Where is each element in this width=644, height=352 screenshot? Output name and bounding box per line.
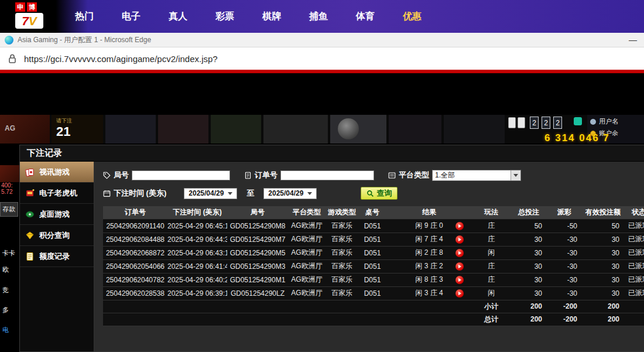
lock-icon[interactable]	[8, 54, 16, 63]
total-label: 总计	[472, 313, 511, 326]
cell-result: 闲 7 庄 4	[386, 233, 472, 246]
logo-char-shen: 申	[15, 2, 25, 12]
sidebar-item-slot-machines[interactable]: 电子老虎机	[20, 183, 94, 204]
select-arrow[interactable]	[511, 170, 520, 180]
cell-valid: 30	[582, 273, 624, 286]
platform-select[interactable]: 1.全部	[432, 170, 521, 181]
cell-table: D051	[358, 246, 386, 259]
cell-status: 已派彩	[624, 286, 644, 300]
game-thumb	[105, 115, 156, 143]
platform-label: 平台类型	[388, 170, 429, 180]
document-icon	[25, 252, 35, 261]
cell-table: D051	[358, 273, 386, 286]
side-menu-fragment[interactable]: 竞	[2, 286, 9, 295]
subtotal-row: 小计 200 -200 200	[103, 300, 644, 313]
platform-icon	[388, 172, 396, 179]
filter-row-1: 局号 订单号 平台类型 1.全部	[103, 169, 644, 182]
sidebar-item-quota-record[interactable]: 额度记录	[20, 246, 94, 267]
cell-result: 闲 9 庄 0	[386, 219, 472, 233]
side-menu-fragment[interactable]: 欧	[2, 265, 9, 274]
site-logo[interactable]: 申 博 7V	[15, 2, 53, 31]
col-result: 结果	[386, 206, 472, 219]
cell-game: 百家乐	[326, 246, 358, 259]
nav-item-live[interactable]: 真人	[155, 0, 201, 33]
sidebar-item-live-games[interactable]: 视讯游戏	[20, 162, 94, 183]
date-from-value: 2025/04/29	[189, 189, 224, 197]
cell-time: 2025-04-29 06:43:10	[167, 246, 227, 259]
order-input[interactable]	[280, 170, 374, 180]
search-button[interactable]: 查询	[361, 187, 398, 200]
nav-item-lottery[interactable]: 彩票	[201, 0, 248, 33]
replay-button[interactable]	[455, 235, 464, 244]
window-title: Asia Gaming - 用户配置 1 - Microsoft Edge	[18, 35, 626, 45]
nav-item-hot[interactable]: 热门	[61, 0, 108, 33]
cell-valid: 30	[582, 233, 624, 246]
cell-result: 闲 3 庄 4	[386, 286, 472, 300]
cell-bet: 50	[511, 219, 547, 233]
date-from-picker[interactable]: 2025/04/29	[184, 188, 237, 199]
round-label: 局号	[103, 170, 129, 180]
url-field[interactable]: https://gci.7vvvvvv.com/agingame/pcv2/in…	[24, 54, 218, 64]
replay-button[interactable]	[455, 222, 464, 230]
cell-bet: 30	[511, 246, 547, 259]
col-bet: 总投注	[511, 206, 547, 219]
subtotal-payout: -200	[547, 300, 582, 313]
cell-order: 250429062068872	[103, 246, 167, 259]
dealt-cards: 2 2 2	[530, 117, 562, 129]
avatar	[0, 165, 19, 182]
side-menu-fragment[interactable]: 卡卡	[2, 249, 15, 258]
nav-item-sports[interactable]: 体育	[342, 0, 389, 33]
col-platform: 平台类型	[288, 206, 326, 219]
minimize-button[interactable]: —	[626, 35, 639, 45]
col-order: 订单号	[103, 206, 167, 219]
cell-side: 庄	[472, 259, 511, 273]
cell-status: 已派彩	[624, 233, 644, 246]
cell-bet: 30	[511, 286, 547, 300]
cell-time: 2025-04-29 06:41:42	[167, 259, 227, 273]
chevron-down-icon	[513, 174, 518, 177]
tag-icon	[103, 172, 111, 179]
nav-item-cards[interactable]: 棋牌	[248, 0, 295, 33]
cell-table: D051	[358, 286, 386, 300]
sidebar-item-label: 电子老虎机	[39, 188, 77, 199]
side-menu-fragment[interactable]: 多	[2, 306, 9, 315]
table-row: 250429062054066 2025-04-29 06:41:42 GD05…	[103, 259, 644, 273]
date-to-value: 2025/04/29	[268, 189, 303, 197]
cell-bet: 30	[511, 273, 547, 286]
side-menu-fragment[interactable]: 电	[2, 326, 9, 334]
round-input[interactable]	[132, 170, 230, 180]
balance-fragment: 400:	[1, 182, 12, 189]
cell-time: 2025-04-29 06:45:14	[167, 219, 227, 233]
col-payout: 派彩	[547, 206, 582, 219]
play-icon	[458, 238, 461, 241]
replay-button[interactable]	[455, 289, 464, 298]
cell-time: 2025-04-29 06:39:17	[167, 286, 227, 300]
date-to-picker[interactable]: 2025/04/29	[263, 188, 317, 199]
cell-platform: AG欧洲厅	[288, 246, 326, 259]
nav-item-slots[interactable]: 电子	[108, 0, 155, 33]
card-value: 2	[542, 117, 550, 129]
chevron-down-icon	[307, 192, 312, 195]
cell-game: 百家乐	[326, 219, 358, 233]
play-icon	[458, 278, 461, 282]
cell-order: 250429062054066	[103, 259, 167, 273]
table-header-row: 订单号 下注时间 (美东) 局号 平台类型 游戏类型 桌号 结果 玩法 总投注 …	[103, 206, 644, 219]
game-thumb	[444, 115, 505, 143]
cell-bet: 30	[511, 259, 547, 273]
game-thumb	[263, 115, 328, 143]
cell-payout: -30	[547, 259, 582, 273]
sidebar-item-table-games[interactable]: 桌面游戏	[20, 204, 94, 225]
cell-bet: 30	[511, 233, 547, 246]
to-label: 至	[246, 188, 254, 199]
sidebar-item-label: 视讯游戏	[39, 167, 70, 177]
ag-watermark: AG	[5, 124, 15, 132]
cell-platform: AG欧洲厅	[288, 273, 326, 286]
sidebar-item-points-query[interactable]: 积分查询	[20, 225, 94, 246]
window-titlebar: Asia Gaming - 用户配置 1 - Microsoft Edge —	[0, 33, 644, 47]
replay-button[interactable]	[455, 262, 464, 271]
nav-item-fishing[interactable]: 捕鱼	[295, 0, 342, 33]
nav-item-promo[interactable]: 优惠	[389, 0, 436, 33]
replay-button[interactable]	[455, 249, 464, 257]
deposit-button[interactable]: 存款	[0, 202, 18, 217]
replay-button[interactable]	[455, 276, 464, 284]
